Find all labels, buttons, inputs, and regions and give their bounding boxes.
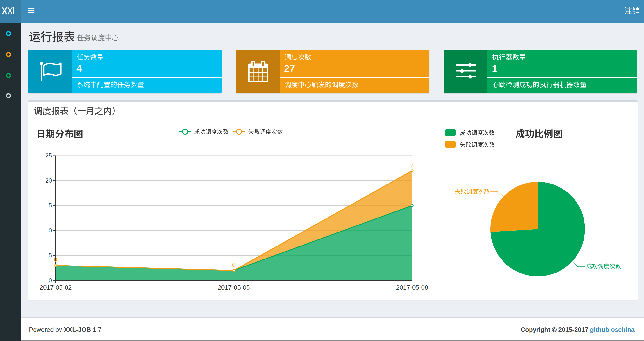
svg-text:XXL: XXL	[2, 6, 17, 16]
svg-text:0: 0	[54, 256, 57, 263]
svg-text:25: 25	[45, 152, 52, 159]
svg-text:27: 27	[284, 63, 295, 74]
svg-text:0: 0	[232, 261, 235, 268]
svg-text:Copyright © 2015-2017 github: Copyright © 2015-2017 github oschina	[520, 326, 634, 333]
svg-text:1: 1	[492, 63, 497, 74]
svg-text:20: 20	[45, 177, 52, 184]
svg-text:2017-05-02: 2017-05-02	[40, 284, 72, 291]
svg-text:2017-05-08: 2017-05-08	[396, 284, 428, 291]
svg-text:0: 0	[49, 277, 52, 284]
svg-text:15: 15	[45, 202, 52, 209]
svg-text:10: 10	[45, 227, 52, 234]
svg-text:7: 7	[410, 161, 414, 168]
svg-text:5: 5	[49, 252, 52, 258]
svg-text:4: 4	[76, 63, 82, 74]
svg-text:Powered by XXL-JOB 1.7: Powered by XXL-JOB 1.7	[29, 326, 102, 333]
svg-text:2017-05-05: 2017-05-05	[218, 284, 250, 291]
